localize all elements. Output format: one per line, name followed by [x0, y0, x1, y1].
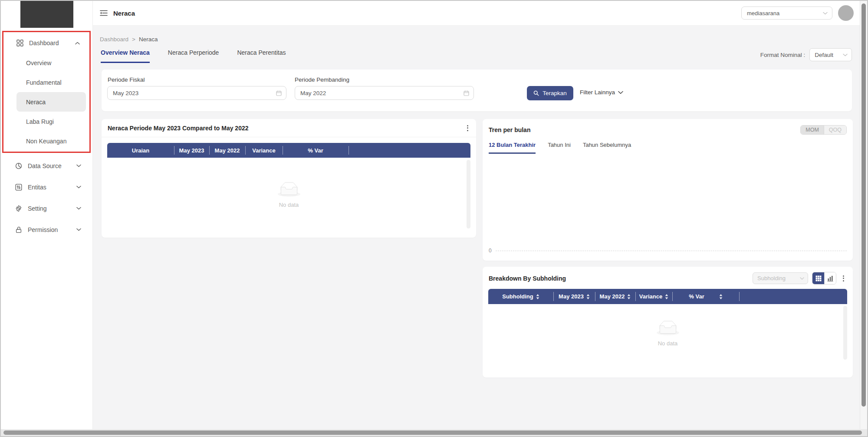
breadcrumb: Dashboard>Neraca	[100, 36, 158, 43]
column-label: May 2023	[559, 293, 584, 300]
sidebar-item-non-keuangan[interactable]: Non Keuangan	[16, 131, 86, 151]
filter-panel: Periode Fiskal Periode Pembanding Terapk…	[102, 70, 852, 111]
tab-overview-neraca[interactable]: Overview Neraca	[101, 49, 150, 63]
kebab-menu-icon[interactable]	[464, 123, 471, 133]
sidebar-item-dashboard[interactable]: Dashboard	[3, 33, 89, 53]
trend-chart-card: Tren per bulan MOM QOQ 12 Bulan Terakhir…	[483, 119, 853, 261]
sidebar-item-label: Laba Rugi	[26, 118, 54, 125]
calendar-icon[interactable]	[464, 90, 469, 96]
search-icon	[533, 90, 539, 96]
sidebar-item-neraca[interactable]: Neraca	[16, 92, 86, 112]
horizontal-scrollbar[interactable]	[1, 429, 867, 436]
column-header-may-2022[interactable]: May 2022	[595, 289, 635, 304]
apply-button[interactable]: Terapkan	[527, 86, 573, 100]
column-header-subholding[interactable]: Subholding	[488, 289, 553, 304]
breakdown-card: Breakdown By Subholding Subholding	[483, 267, 853, 377]
more-filters-label: Filter Lainnya	[580, 89, 615, 96]
app-window: Dashboard Overview Fundamental Neraca La…	[0, 0, 868, 437]
column-label: Variance	[639, 293, 663, 300]
neraca-comparison-card: Neraca Periode May 2023 Compared to May …	[102, 119, 476, 238]
view-toggle	[812, 272, 836, 285]
column-label: Subholding	[502, 293, 533, 300]
table-scrollbar[interactable]	[843, 306, 847, 360]
table-header: Subholding May 2023 May 2022 Variance % …	[488, 289, 847, 304]
chart-x-axis: 0	[489, 248, 847, 254]
table-body: No data	[107, 158, 470, 232]
sidebar-item-fundamental[interactable]: Fundamental	[16, 73, 86, 92]
subholding-select-value: Subholding	[757, 275, 786, 281]
table-view-button[interactable]	[812, 272, 824, 284]
format-nominal-select[interactable]: Default	[809, 48, 852, 61]
vertical-scrollbar[interactable]	[860, 1, 867, 429]
breadcrumb-root[interactable]: Dashboard	[100, 36, 128, 43]
axis-zero-label: 0	[489, 248, 492, 254]
tab-tahun-ini[interactable]: Tahun Ini	[548, 142, 571, 154]
organization-select[interactable]: mediasarana	[741, 7, 832, 20]
menu-fold-icon[interactable]	[100, 10, 108, 16]
more-filters-toggle[interactable]: Filter Lainnya	[580, 89, 623, 96]
qoq-toggle[interactable]: QOQ	[824, 126, 846, 134]
tab-tahun-sebelumnya[interactable]: Tahun Sebelumnya	[583, 142, 631, 154]
periode-pembanding-field	[295, 86, 474, 100]
mom-toggle[interactable]: MOM	[801, 126, 824, 134]
top-header: Neraca mediasarana	[93, 1, 860, 26]
pie-chart-icon	[15, 162, 22, 169]
periode-pembanding-label: Periode Pembanding	[295, 76, 349, 83]
chevron-down-icon	[843, 53, 848, 56]
gear-icon	[15, 205, 22, 212]
sidebar-item-laba-rugi[interactable]: Laba Rugi	[16, 112, 86, 131]
chevron-down-icon	[800, 277, 804, 280]
user-avatar[interactable]	[838, 5, 854, 21]
sidebar-item-entitas[interactable]: Entitas	[2, 176, 91, 198]
column-header-may-2023[interactable]: May 2023	[553, 289, 595, 304]
sidebar-item-permission[interactable]: Permission	[2, 219, 91, 240]
empty-state: No data	[657, 321, 679, 347]
tab-neraca-perentitas[interactable]: Neraca Perentitas	[237, 49, 286, 63]
card-title: Tren per bulan	[489, 126, 530, 133]
sidebar-item-label: Overview	[26, 60, 51, 66]
kebab-menu-icon[interactable]	[840, 274, 847, 283]
horizontal-scrollbar-thumb[interactable]	[3, 430, 862, 435]
sidebar-item-setting[interactable]: Setting	[2, 198, 91, 219]
format-nominal-label: Format Nominal :	[760, 52, 806, 58]
column-header-may-2023[interactable]: May 2023	[174, 143, 209, 158]
periode-pembanding-input[interactable]	[295, 90, 464, 96]
chart-view-button[interactable]	[824, 272, 836, 284]
sidebar-item-label: Dashboard	[29, 40, 59, 46]
app-logo	[20, 1, 73, 28]
calendar-icon[interactable]	[276, 90, 282, 96]
sliders-icon	[15, 184, 22, 191]
sidebar-item-label: Setting	[28, 205, 47, 212]
column-header-variance[interactable]: Variance	[245, 143, 283, 158]
sidebar-item-overview[interactable]: Overview	[16, 53, 86, 73]
tab-12-bulan-terakhir[interactable]: 12 Bulan Terakhir	[489, 142, 536, 154]
page-title: Neraca	[113, 10, 135, 17]
dashboard-grid-icon	[16, 40, 23, 46]
table-body: No data	[488, 304, 847, 363]
unlock-icon	[15, 226, 22, 233]
sidebar-item-data-source[interactable]: Data Source	[2, 155, 91, 176]
column-header-empty	[349, 143, 470, 158]
vertical-scrollbar-thumb[interactable]	[861, 3, 866, 407]
column-header-variance[interactable]: Variance	[635, 289, 672, 304]
breadcrumb-current: Neraca	[139, 36, 158, 43]
chevron-up-icon	[75, 42, 80, 45]
column-header-empty	[739, 289, 847, 304]
periode-fiskal-input[interactable]	[108, 90, 276, 96]
table-scrollbar[interactable]	[467, 160, 470, 228]
subholding-select[interactable]: Subholding	[753, 272, 808, 284]
empty-state-label: No data	[658, 340, 678, 347]
column-header-may-2022[interactable]: May 2022	[209, 143, 245, 158]
periode-fiskal-label: Periode Fiskal	[108, 76, 145, 83]
chevron-down-icon	[823, 12, 828, 15]
column-label: % Var	[689, 293, 704, 300]
column-header-pct-var[interactable]: % Var	[672, 289, 739, 304]
column-header-uraian[interactable]: Uraian	[107, 143, 174, 158]
column-header-pct-var[interactable]: % Var	[283, 143, 349, 158]
page-tabs: Overview Neraca Neraca Perperiode Neraca…	[101, 49, 286, 63]
chevron-down-icon	[76, 164, 81, 167]
apply-button-label: Terapkan	[542, 90, 567, 96]
empty-state-label: No data	[279, 202, 299, 208]
sort-icon	[586, 294, 590, 299]
tab-neraca-perperiode[interactable]: Neraca Perperiode	[168, 49, 219, 63]
